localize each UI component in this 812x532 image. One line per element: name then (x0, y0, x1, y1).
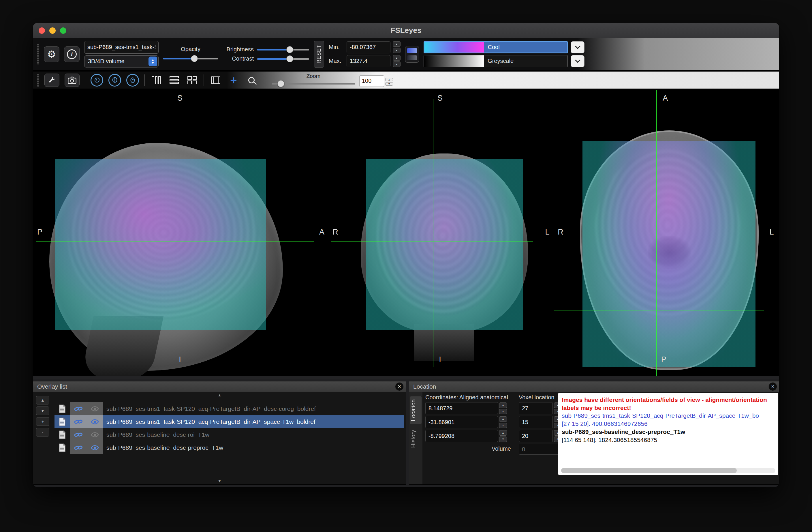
overlay-info-button[interactable]: i (64, 46, 79, 62)
overlay-list-item[interactable]: sub-P689_ses-tms1_task-SP120_acq-PreTarg… (55, 415, 404, 428)
sagittal-crosshair-horizontal (36, 241, 314, 241)
remove-overlay-button[interactable]: - (36, 428, 49, 436)
spin-down-icon[interactable]: ▾ (499, 436, 507, 442)
spin-down-icon[interactable]: ▾ (499, 409, 507, 414)
brightness-slider[interactable] (257, 46, 309, 53)
fullscreen-window-button[interactable] (60, 27, 66, 34)
colour-bar-widget[interactable] (405, 46, 419, 62)
reset-button[interactable]: RESET (314, 41, 324, 68)
voxel-x-field[interactable]: 27 ▴ ▾ (519, 402, 562, 414)
scroll-up-icon[interactable]: ▲ (218, 393, 221, 397)
tab-location[interactable]: Location (410, 396, 422, 424)
layout-grid-button[interactable] (186, 73, 198, 87)
spin-down-icon[interactable]: ▾ (393, 47, 401, 53)
tab-history[interactable]: History (410, 427, 422, 451)
wrench-icon (48, 76, 56, 84)
spin-up-icon[interactable]: ▴ (385, 78, 393, 81)
chain-link-icon (74, 418, 83, 426)
world-z-field[interactable]: -8.799208 ▴ ▾ (425, 430, 507, 442)
min-value-field[interactable]: -80.07367 (347, 41, 390, 53)
overlay-link-button[interactable] (70, 428, 87, 441)
toggle-crosshair-button[interactable]: + (227, 73, 240, 87)
close-window-button[interactable] (39, 27, 45, 34)
overlay-link-button[interactable] (70, 441, 87, 454)
overlay-visibility-button[interactable] (87, 441, 103, 454)
world-y-field[interactable]: -31.86901 ▴ ▾ (425, 416, 507, 428)
zoom-spinner[interactable]: ▴ ▾ (385, 78, 392, 84)
scroll-down-icon[interactable]: ▼ (218, 479, 221, 483)
colormap-select-greyscale[interactable]: Greyscale (424, 55, 568, 67)
colormap-select-cool[interactable]: Cool (424, 41, 568, 53)
scrollbar-thumb[interactable] (561, 468, 737, 473)
contrast-label: Contrast (222, 55, 254, 62)
zoom-value-field[interactable]: 100 (359, 75, 384, 87)
spin-up-icon[interactable]: ▴ (499, 430, 507, 436)
world-x-field[interactable]: 8.148729 ▴ ▾ (425, 402, 507, 414)
spinner[interactable]: ▴ ▾ (499, 403, 507, 414)
add-overlay-button[interactable]: + (36, 417, 49, 426)
zoom-tool-button[interactable] (245, 73, 258, 87)
spinner[interactable]: ▴ ▾ (499, 430, 507, 442)
overlay-visibility-button[interactable] (87, 402, 103, 415)
min-spinner[interactable]: ▴ ▾ (393, 41, 401, 53)
overlay-source-button[interactable] (55, 428, 70, 441)
overlay-link-button[interactable] (70, 402, 87, 415)
toggle-sagittal-canvas-button[interactable] (90, 74, 103, 86)
opacity-slider[interactable] (163, 55, 218, 62)
opacity-slider-thumb[interactable] (191, 55, 198, 62)
orientation-label-left: L (545, 228, 549, 237)
screenshot-button[interactable] (64, 73, 79, 87)
overlay-source-button[interactable] (55, 441, 70, 454)
zoom-slider[interactable] (272, 80, 355, 87)
voxel-z-field[interactable]: 20 ▴ ▾ (519, 430, 562, 442)
overlay-visibility-button[interactable] (87, 415, 103, 428)
overlay-list-item[interactable]: sub-P689_ses-tms1_task-SP120_acq-PreTarg… (55, 402, 404, 415)
close-icon[interactable]: ✕ (395, 382, 404, 391)
overlay-link-button[interactable] (70, 415, 87, 428)
layout-columns-button[interactable] (150, 73, 163, 87)
close-icon[interactable]: ✕ (768, 382, 777, 391)
film-strip-icon (211, 76, 220, 84)
overlay-type-dropdown[interactable]: 3D/4D volume ▴ ▾ (84, 55, 159, 68)
overlay-list-item[interactable]: sub-P689_ses-baseline_desc-preproc_T1w (55, 441, 404, 454)
toggle-axial-canvas-button[interactable] (126, 74, 139, 86)
volume-field[interactable]: 0 (519, 444, 562, 455)
zoom-slider-thumb[interactable] (277, 80, 284, 87)
spin-up-icon[interactable]: ▴ (499, 416, 507, 422)
contrast-slider-thumb[interactable] (286, 55, 293, 62)
overlay-visibility-button[interactable] (87, 428, 103, 441)
document-icon (59, 431, 66, 439)
spin-down-icon[interactable]: ▾ (393, 61, 401, 67)
overlay-source-button[interactable] (55, 402, 70, 415)
ortho-canvas[interactable]: S P A I S R L I (33, 90, 779, 376)
spin-up-icon[interactable]: ▴ (393, 55, 401, 60)
toggle-coronal-canvas-button[interactable] (108, 74, 121, 86)
toolbar-grip[interactable] (37, 44, 39, 65)
lightbox-mode-button[interactable] (209, 73, 222, 87)
view-settings-button[interactable] (44, 73, 59, 87)
move-overlay-down-button[interactable]: ▼ (36, 406, 49, 415)
toolbar-grip[interactable] (37, 74, 39, 86)
colormap-dropdown-button[interactable] (571, 41, 584, 53)
overlay-name-input[interactable] (84, 41, 159, 54)
contrast-slider[interactable] (257, 55, 309, 62)
max-spinner[interactable]: ▴ ▾ (393, 55, 401, 67)
spinner[interactable]: ▴ ▾ (499, 416, 507, 428)
orientation-label-anterior: A (663, 94, 668, 103)
move-overlay-up-button[interactable]: ▲ (36, 396, 49, 405)
spin-up-icon[interactable]: ▴ (393, 41, 401, 47)
display-settings-button[interactable]: ⚙ (44, 46, 59, 62)
brightness-slider-thumb[interactable] (286, 46, 293, 53)
layout-rows-button[interactable] (168, 73, 180, 87)
overlay-list-item[interactable]: sub-P689_ses-baseline_desc-roi_T1w (55, 428, 404, 441)
spin-up-icon[interactable]: ▴ (499, 403, 507, 408)
overlay-source-button[interactable] (55, 415, 70, 428)
max-value-field[interactable]: 1327.4 (347, 55, 390, 67)
minimize-window-button[interactable] (49, 27, 56, 34)
spin-down-icon[interactable]: ▾ (499, 423, 507, 428)
colormap-dropdown-button[interactable] (571, 55, 584, 67)
spin-down-icon[interactable]: ▾ (385, 82, 393, 86)
horizontal-scrollbar[interactable] (561, 468, 775, 473)
dropdown-stepper-icon[interactable]: ▴ ▾ (148, 57, 157, 66)
voxel-y-field[interactable]: 15 ▴ ▾ (519, 416, 562, 428)
